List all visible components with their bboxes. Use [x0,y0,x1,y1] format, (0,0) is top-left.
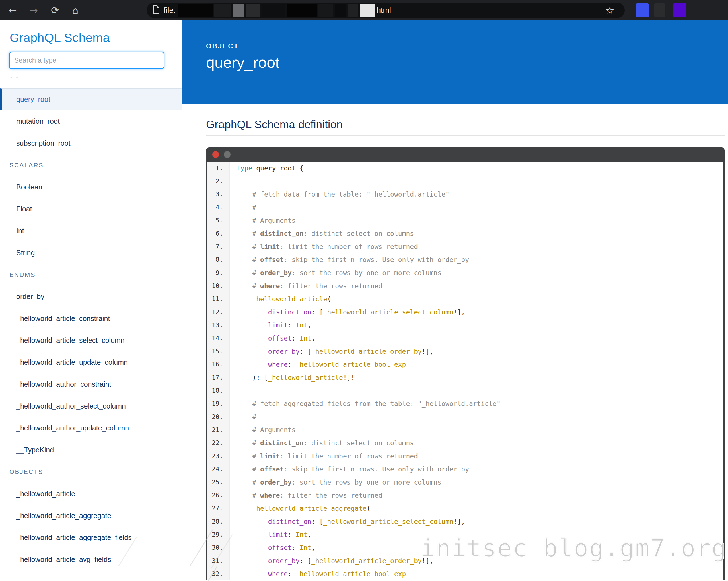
code-text [230,175,236,188]
schema-sidebar: GraphQL Schema - - query_rootmutation_ro… [0,21,182,581]
extension-icon-blue[interactable] [635,3,649,17]
search-input[interactable] [9,52,164,69]
line-number: 10. [207,280,230,292]
line-number: 20. [207,410,230,423]
object-kind-label: OBJECT [206,42,728,50]
sidebar-item-float[interactable]: Float [0,198,182,220]
code-text: offset: Int, [230,541,315,554]
code-line: 23. # limit: limit the number of rows re… [207,450,723,463]
code-text: # distinct_on: distinct select on column… [230,227,414,240]
sidebar-item-helloworld-author-constraint[interactable]: _helloworld_author_constraint [0,373,182,395]
sidebar-item-helloworld-article-avg-fields[interactable]: _helloworld_article_avg_fields [0,549,182,571]
document-icon [153,5,160,15]
sidebar-item-helloworld-article-aggregate[interactable]: _helloworld_article_aggregate [0,505,182,527]
code-line: 2. [207,175,723,188]
code-text: # order_by: sort the rows by one or more… [230,476,441,489]
code-text: limit: Int, [230,319,311,332]
code-text: # where: filter the rows returned [230,489,382,502]
sidebar-item-helloworld-author-update-column[interactable]: _helloworld_author_update_column [0,417,182,439]
code-line: 15. order_by: [_helloworld_article_order… [207,345,723,358]
line-number: 30. [207,541,230,554]
sidebar-item-int[interactable]: Int [0,220,182,242]
code-text: distinct_on: [_helloworld_article_select… [230,515,465,528]
line-number: 31. [207,554,230,567]
line-number: 8. [207,253,230,266]
line-number: 6. [207,227,230,240]
code-text: # Arguments [230,214,296,227]
redacted-url-segment [233,4,244,17]
code-line: 14. offset: Int, [207,332,723,345]
code-line: 9. # order_by: sort the rows by one or m… [207,266,723,280]
sidebar-item-string[interactable]: String [0,242,182,264]
code-line: 7. # limit: limit the number of rows ret… [207,240,723,253]
code-line: 13. limit: Int, [207,319,723,332]
line-number: 1. [207,162,230,175]
back-icon[interactable]: ← [8,0,17,21]
line-number: 17. [207,371,230,384]
url-suffix: html [376,6,391,15]
sidebar-item-helloworld-article-select-column[interactable]: _helloworld_article_select_column [0,329,182,351]
url-bar[interactable]: file. html ☆ [147,3,625,18]
sidebar-item-subscription-root[interactable]: subscription_root [0,132,182,154]
sidebar-item-order-by[interactable]: order_by [0,286,182,308]
bookmark-star-icon[interactable]: ☆ [605,4,615,16]
object-title: query_root [206,53,728,71]
faint-scroll-marks: - - [10,76,182,79]
sidebar-section-objects: OBJECTS [0,461,182,483]
type-list: query_rootmutation_rootsubscription_root… [0,88,182,571]
sidebar-item-helloworld-article-constraint[interactable]: _helloworld_article_constraint [0,308,182,329]
line-number: 15. [207,345,230,358]
redacted-url-segment [287,4,317,17]
sidebar-item-helloworld-author-select-column[interactable]: _helloworld_author_select_column [0,395,182,417]
sidebar-item-query-root[interactable]: query_root [0,88,182,110]
sidebar-title: GraphQL Schema [10,31,182,45]
sidebar-section-enums: ENUMS [0,264,182,286]
line-number: 23. [207,450,230,463]
sidebar-item-helloworld-article[interactable]: _helloworld_article [0,483,182,505]
forward-icon[interactable]: → [30,0,38,21]
code-line: 20. # [207,410,723,423]
code-text: # offset: skip the first n rows. Use onl… [230,253,469,266]
line-number: 2. [207,175,230,188]
line-number: 13. [207,319,230,332]
home-icon[interactable]: ⌂ [72,0,79,21]
code-text: limit: Int, [230,528,311,541]
sidebar-section-scalars: SCALARS [0,154,182,176]
sidebar-item-boolean[interactable]: Boolean [0,176,182,198]
extension-icon-purple[interactable] [673,3,686,17]
code-line: 22. # distinct_on: distinct select on co… [207,437,723,450]
code-line: 30. offset: Int, [207,541,723,554]
code-line: 32. where: _helloworld_article_bool_exp [207,567,723,580]
line-number: 32. [207,567,230,580]
code-text: ): [_helloworld_article!]! [230,371,355,384]
code-line: 19. # fetch aggregated fields from the t… [207,397,723,410]
extension-icon-gray[interactable] [654,3,666,17]
code-text: # fetch data from the table: "_helloworl… [230,188,449,201]
sidebar-item-helloworld-article-update-column[interactable]: _helloworld_article_update_column [0,351,182,373]
sidebar-item-mutation-root[interactable]: mutation_root [0,110,182,132]
code-text: type query_root { [230,162,303,175]
line-number: 18. [207,384,230,397]
code-text: # offset: skip the first n rows. Use onl… [230,463,469,476]
code-line: 12. distinct_on: [_helloworld_article_se… [207,306,723,319]
code-line: 17. ): [_helloworld_article!]! [207,371,723,384]
code-line: 5. # Arguments [207,214,723,227]
code-text: _helloworld_article_aggregate( [230,502,370,515]
code-line: 11. _helloworld_article( [207,292,723,306]
code-line: 8. # offset: skip the first n rows. Use … [207,253,723,266]
code-line: 31. order_by: [_helloworld_article_order… [207,554,723,567]
line-number: 24. [207,463,230,476]
code-text [230,384,236,397]
line-number: 12. [207,306,230,319]
sidebar-item-helloworld-article-aggregate-fields[interactable]: _helloworld_article_aggregate_fields [0,527,182,549]
reload-icon[interactable]: ⟳ [51,0,59,21]
code-text: order_by: [_helloworld_article_order_by!… [230,554,434,567]
sidebar-item-typekind[interactable]: __TypeKind [0,439,182,461]
code-window: 1.type query_root {2.3. # fetch data fro… [206,148,725,580]
redacted-url-segment [262,4,285,17]
code-text: # distinct_on: distinct select on column… [230,437,414,450]
redacted-url-segment [335,4,346,17]
line-number: 25. [207,476,230,489]
line-number: 16. [207,358,230,371]
redacted-url-segment [348,4,358,17]
